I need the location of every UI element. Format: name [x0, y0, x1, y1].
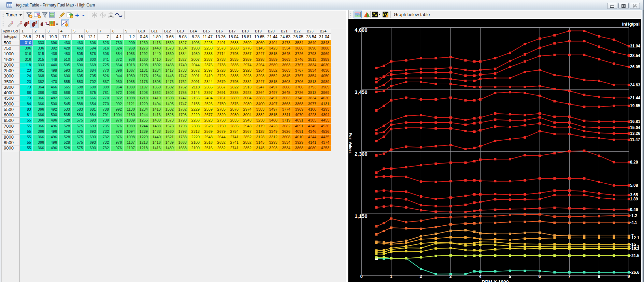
svg-text:31.04: 31.04	[630, 44, 640, 48]
svg-text:1.89: 1.89	[630, 197, 638, 201]
svg-text:21.44: 21.44	[630, 96, 640, 100]
svg-text:15.04: 15.04	[630, 125, 640, 130]
svg-text:1: 1	[28, 21, 30, 25]
svg-text:24.63: 24.63	[630, 83, 640, 87]
svg-text:0: 0	[360, 274, 362, 279]
svg-text:19.65: 19.65	[630, 103, 640, 108]
svg-text:-7: -7	[630, 234, 634, 238]
svg-text:8: 8	[598, 274, 600, 279]
svg-text:inHg/psi: inHg/psi	[622, 22, 640, 27]
svg-text:-15: -15	[630, 242, 636, 247]
svg-text:7: 7	[568, 274, 570, 279]
svg-text:26.05: 26.05	[630, 65, 640, 69]
svg-text:6: 6	[538, 274, 541, 279]
svg-text:2: 2	[35, 21, 38, 25]
svg-text:5.08: 5.08	[630, 183, 638, 188]
svg-text:3.65: 3.65	[630, 193, 638, 197]
svg-text:13.26: 13.26	[630, 131, 640, 136]
svg-text:5: 5	[509, 274, 511, 279]
svg-text:RPM X 1000: RPM X 1000	[482, 279, 509, 282]
svg-text:Fuel Values: Fuel Values	[348, 133, 353, 154]
svg-text:0.46: 0.46	[630, 207, 638, 212]
svg-text:3,450: 3,450	[355, 89, 368, 95]
svg-text:28.54: 28.54	[630, 53, 640, 58]
svg-text:4: 4	[479, 274, 482, 279]
svg-text:2: 2	[419, 274, 422, 279]
svg-text:-1.2: -1.2	[630, 213, 637, 218]
svg-text:1: 1	[390, 274, 392, 279]
svg-text:8.28: 8.28	[630, 160, 638, 165]
svg-text:2,300: 2,300	[355, 151, 368, 157]
svg-text:4,600: 4,600	[355, 27, 368, 33]
svg-text:-26.6: -26.6	[630, 270, 640, 275]
svg-text:2: 2	[20, 20, 22, 24]
svg-text:1: 1	[11, 20, 13, 24]
svg-text:-21.5: -21.5	[630, 253, 640, 258]
svg-text:-4.1: -4.1	[630, 220, 637, 225]
svg-text:11.47: 11.47	[630, 137, 640, 142]
svg-text:9: 9	[627, 274, 630, 279]
svg-text:3: 3	[449, 274, 452, 279]
svg-text:16.81: 16.81	[630, 119, 640, 124]
svg-text:1,150: 1,150	[355, 213, 368, 219]
